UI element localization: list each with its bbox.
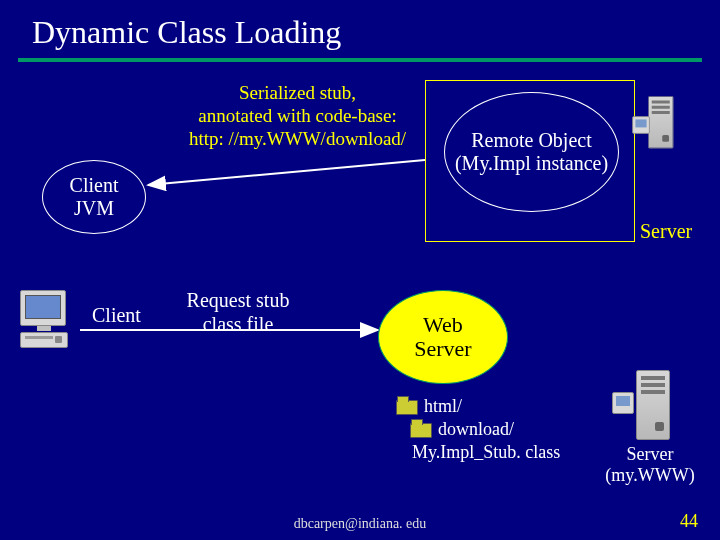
stub-class-file-label: My.Impl_Stub. class [412, 442, 560, 463]
remote-object-line1: Remote Object [471, 129, 592, 151]
remote-object-ellipse: Remote Object (My.Impl instance) [444, 92, 619, 212]
slide-number: 44 [680, 511, 698, 532]
request-line1: Request stub [187, 289, 290, 311]
client-jvm-line1: Client [70, 174, 119, 196]
folder-label-html: html/ [424, 396, 462, 417]
client-jvm-ellipse: Client JVM [42, 160, 146, 234]
server-machine-line1: Server [627, 444, 674, 464]
server-top-monitor-icon [632, 116, 650, 134]
request-line2: class file [203, 313, 274, 335]
annotation-line1: Serialized stub, [239, 82, 356, 103]
remote-object-text: Remote Object (My.Impl instance) [455, 129, 608, 175]
web-server-text: Web Server [414, 313, 471, 361]
folder-icon-download [410, 423, 432, 438]
web-server-line1: Web [423, 312, 463, 337]
footer-email: dbcarpen@indiana. edu [0, 516, 720, 532]
server-machine-line2: (my.WWW) [605, 465, 694, 485]
folder-label-download: download/ [438, 419, 514, 440]
web-server-line2: Server [414, 336, 471, 361]
folder-icon-html [396, 400, 418, 415]
client-pc-icon [20, 290, 68, 348]
client-jvm-text: Client JVM [70, 174, 119, 220]
svg-line-1 [148, 160, 425, 185]
title-underline [18, 58, 702, 62]
serialized-stub-annotation: Serialized stub, annotated with code-bas… [180, 82, 415, 150]
annotation-line2: annotated with code-base: [198, 105, 396, 126]
server-monitor-icon [612, 392, 634, 414]
server-tower-icon [636, 370, 670, 440]
client-label: Client [92, 304, 141, 327]
slide-title: Dynamic Class Loading [32, 14, 341, 51]
annotation-line3: http: //my.WWW/download/ [189, 128, 406, 149]
remote-object-line2: (My.Impl instance) [455, 152, 608, 174]
web-server-ellipse: Web Server [378, 290, 508, 384]
server-top-icon [648, 96, 674, 149]
request-stub-label: Request stub class file [178, 288, 298, 336]
server-machine-label: Server (my.WWW) [600, 444, 700, 485]
server-container-label: Server [640, 220, 692, 243]
client-jvm-line2: JVM [74, 197, 114, 219]
